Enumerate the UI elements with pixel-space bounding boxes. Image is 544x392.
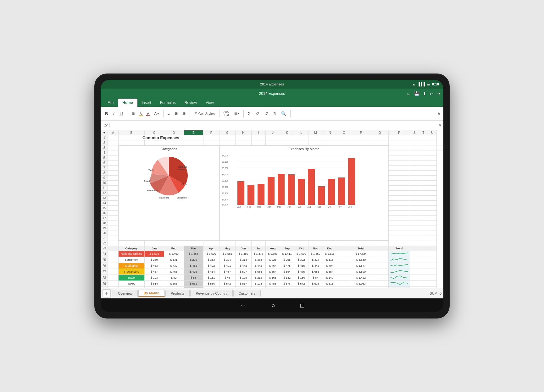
tab-view[interactable]: View <box>201 99 218 107</box>
col-header-o[interactable]: O <box>337 130 351 135</box>
header-jul[interactable]: Jul <box>251 246 265 251</box>
sort-desc-button[interactable]: ↓Z <box>263 111 270 117</box>
cell-m1[interactable] <box>308 135 323 140</box>
home-button[interactable]: ○ <box>271 302 275 309</box>
sort-asc-button[interactable]: ↑Z <box>254 111 261 117</box>
header-feb[interactable]: Feb <box>164 246 184 251</box>
header-nov[interactable]: Nov <box>308 246 323 251</box>
save-icon[interactable]: 💾 <box>414 91 419 96</box>
align-button[interactable]: ≡ <box>166 111 171 117</box>
header-aug[interactable]: Aug <box>266 246 280 251</box>
header-dec[interactable]: Dec <box>323 246 337 251</box>
col-header-s[interactable]: S <box>410 130 419 135</box>
cell-category-rent[interactable]: Rent and Utilities <box>119 251 145 257</box>
row-num-1: 1 <box>101 135 108 140</box>
cell-f1[interactable] <box>203 135 219 140</box>
tab-formulas[interactable]: Formulas <box>156 99 180 107</box>
col-header-a[interactable]: A <box>108 130 119 135</box>
header-trend[interactable]: Trend <box>389 246 410 251</box>
header-apr[interactable]: Apr <box>203 246 219 251</box>
header-category[interactable]: Category <box>119 246 145 251</box>
col-header-n[interactable]: N <box>323 130 337 135</box>
wrap-button[interactable]: ⊞ <box>173 111 179 117</box>
cell-styles-button[interactable]: ⊞ Cell Styles <box>192 111 217 117</box>
col-header-e[interactable]: E <box>184 130 203 135</box>
header-jan[interactable]: Jan <box>144 246 164 251</box>
col-header-g[interactable]: G <box>219 130 235 135</box>
col-header-c[interactable]: C <box>144 130 164 135</box>
tab-by-month[interactable]: By Month <box>138 290 165 297</box>
cell-t1[interactable] <box>419 135 428 140</box>
cell-b1[interactable]: Contoso Expenses <box>119 135 203 140</box>
header-jun[interactable]: Jun <box>235 246 251 251</box>
font-color-button[interactable]: A <box>145 111 151 117</box>
tab-review[interactable]: Review <box>180 99 201 107</box>
tab-overview[interactable]: Overview <box>113 290 138 297</box>
header-may[interactable]: May <box>219 246 235 251</box>
col-header-b[interactable]: B <box>119 130 145 135</box>
tab-products[interactable]: Products <box>165 290 190 297</box>
col-header-q[interactable]: Q <box>371 130 389 135</box>
cell-o1[interactable] <box>337 135 351 140</box>
conditional-format-button[interactable]: ▤▾ <box>233 111 241 117</box>
share-icon[interactable]: ⬆ <box>423 91 426 96</box>
cell-g1[interactable] <box>219 135 235 140</box>
underline-button[interactable]: U <box>118 110 125 117</box>
col-header-k[interactable]: K <box>280 130 294 135</box>
add-sheet-button[interactable]: + <box>103 289 111 297</box>
cell-j1[interactable] <box>266 135 280 140</box>
header-oct[interactable]: Oct <box>294 246 308 251</box>
tab-revenue-by-country[interactable]: Revenue by Country <box>190 290 232 297</box>
spreadsheet-area[interactable]: ▼ A B C D E F G H I J K L <box>101 130 443 288</box>
merge-button[interactable]: ⊟ <box>181 111 187 117</box>
cell-r1[interactable] <box>389 135 410 140</box>
recents-button[interactable]: □ <box>300 302 304 309</box>
row-28: 28 Travel $ 123 $ 92 $ 58 $ 131 $ 46 $ 1… <box>101 275 443 281</box>
col-header-f[interactable]: F <box>203 130 219 135</box>
redo-icon[interactable]: ↪ <box>436 91 440 96</box>
emoji-icon[interactable]: ☺ <box>407 91 411 96</box>
header-sep[interactable]: Sep <box>280 246 294 251</box>
highlight-button[interactable]: A <box>138 111 143 117</box>
col-header-t[interactable]: T <box>419 130 428 135</box>
sum-button[interactable]: Σ <box>246 110 252 117</box>
tab-insert[interactable]: Insert <box>137 99 156 107</box>
cell-l1[interactable] <box>294 135 308 140</box>
cell-u1[interactable] <box>428 135 437 140</box>
col-header-m[interactable]: M <box>308 130 323 135</box>
col-header-r[interactable]: R <box>389 130 410 135</box>
tab-file[interactable]: File <box>103 99 118 107</box>
header-total[interactable]: Total <box>351 246 371 251</box>
undo-icon[interactable]: ↩ <box>430 91 433 96</box>
col-header-d[interactable]: D <box>164 130 184 135</box>
col-header-h[interactable]: H <box>235 130 251 135</box>
tab-customers[interactable]: Customers <box>233 290 261 297</box>
cell-k1[interactable] <box>280 135 294 140</box>
cell-q1[interactable] <box>371 135 389 140</box>
font-size-button[interactable]: A ▾ <box>153 111 161 117</box>
col-header-u[interactable]: U <box>428 130 437 135</box>
cell-p1[interactable] <box>351 135 371 140</box>
col-header-p[interactable]: P <box>351 130 371 135</box>
cell-rent-jan[interactable]: $ 1,570 <box>144 251 164 257</box>
col-header-l[interactable]: L <box>294 130 308 135</box>
cell-h1[interactable] <box>235 135 251 140</box>
formula-expand-button[interactable]: ∨ <box>439 123 441 128</box>
border-button[interactable]: ▦ <box>130 111 136 117</box>
find-button[interactable]: 🔍 <box>280 110 288 117</box>
number-format-button[interactable]: ABC123 <box>222 110 231 118</box>
bold-button[interactable]: B <box>103 110 110 117</box>
cell-n1[interactable] <box>323 135 337 140</box>
header-mar[interactable]: Mar <box>184 246 203 251</box>
col-header-j[interactable]: J <box>266 130 280 135</box>
ribbon-collapse-button[interactable]: ∧ <box>437 111 441 117</box>
formula-input[interactable] <box>112 123 437 128</box>
cell-a1[interactable] <box>108 135 119 140</box>
cell-i1[interactable] <box>251 135 265 140</box>
tab-home[interactable]: Home <box>118 99 137 107</box>
sort-options-button[interactable]: ⇅ <box>272 111 278 117</box>
back-button[interactable]: ← <box>240 302 246 309</box>
col-header-i[interactable]: I <box>251 130 265 135</box>
italic-button[interactable]: I <box>112 110 116 117</box>
cell-s1[interactable] <box>410 135 419 140</box>
